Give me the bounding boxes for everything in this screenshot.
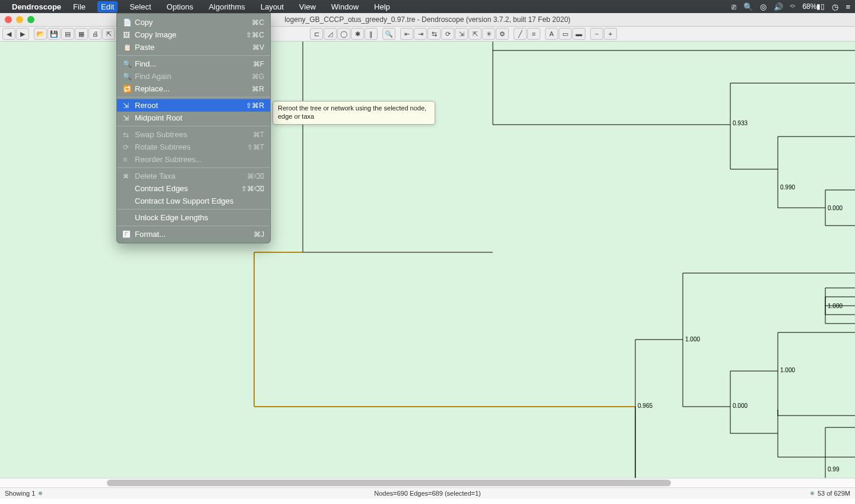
- layout-radial-button[interactable]: ✱: [351, 28, 364, 40]
- edit-menu-find[interactable]: 🔍Find...⌘F: [117, 58, 270, 70]
- zoom-button[interactable]: 🔍: [382, 28, 395, 40]
- edit-menu-midpoint-root[interactable]: ⇲Midpoint Root: [117, 112, 270, 124]
- settings-button[interactable]: ⚙: [496, 28, 509, 40]
- node-label: 1.000: [685, 336, 700, 343]
- spotlight-icon[interactable]: 🔍: [743, 2, 753, 11]
- node-label: 1.000: [780, 367, 795, 373]
- layout-columns-button[interactable]: ‖: [365, 28, 378, 40]
- reroot-button[interactable]: ⇲: [455, 28, 468, 40]
- menu-item-icon: ⇲: [123, 102, 135, 110]
- edit-menu-format[interactable]: 🅵Format...⌘J: [117, 228, 270, 240]
- menu-algorithms[interactable]: Algorithms: [205, 1, 248, 12]
- edit-menu-delete-taxa: ✖Delete Taxa⌘⌫: [117, 170, 270, 182]
- node-label: 0.000: [828, 205, 843, 211]
- clock-icon[interactable]: ◷: [832, 2, 838, 11]
- label-c-button[interactable]: ▬: [572, 28, 585, 40]
- edit-menu-copy[interactable]: 📄Copy⌘C: [117, 16, 270, 28]
- layout-rect-button[interactable]: ⊏: [310, 28, 323, 40]
- menu-view[interactable]: View: [296, 1, 319, 12]
- menu-item-shortcut: ⇧⌘⌫: [241, 185, 264, 193]
- swap-button[interactable]: ⇆: [428, 28, 441, 40]
- battery-status[interactable]: 68% ▮▯: [802, 2, 825, 11]
- airplay-icon[interactable]: ⎚: [732, 2, 736, 11]
- menu-item-shortcut: ⇧⌘R: [246, 102, 264, 110]
- menu-item-icon: ✖: [123, 172, 135, 180]
- menu-item-label: Copy: [135, 18, 252, 27]
- network-button[interactable]: ✳: [482, 28, 495, 40]
- expand-plus-button[interactable]: +: [604, 28, 617, 40]
- menu-item-label: Unlock Edge Lengths: [135, 213, 264, 222]
- edit-menu-contract-low-support-edges[interactable]: Contract Low Support Edges: [117, 195, 270, 207]
- node-label: 0.000: [733, 402, 748, 409]
- siri-icon[interactable]: ◎: [760, 2, 767, 11]
- grid-button[interactable]: ▦: [75, 28, 88, 40]
- layout-circ-button[interactable]: ◯: [337, 28, 350, 40]
- menu-item-icon: ≡: [123, 156, 135, 164]
- window-close-button[interactable]: [5, 16, 12, 23]
- wifi-icon[interactable]: ⌔: [790, 2, 795, 11]
- menu-item-label: Format...: [135, 230, 254, 239]
- volume-icon[interactable]: 🔊: [774, 2, 783, 11]
- reroot-out-button[interactable]: ⇱: [468, 28, 482, 40]
- node-label: 0.933: [733, 120, 748, 126]
- menu-item-shortcut: ⇧⌘C: [246, 31, 264, 39]
- menu-item-shortcut: ⌘T: [253, 131, 264, 139]
- edit-dropdown-menu: 📄Copy⌘C🖼Copy Image⇧⌘C📋Paste⌘V🔍Find...⌘F🔍…: [116, 13, 271, 243]
- edit-menu-reroot[interactable]: ⇲Reroot⇧⌘R: [117, 99, 270, 112]
- contract-minus-button[interactable]: −: [590, 28, 603, 40]
- menu-edit[interactable]: Edit: [97, 1, 118, 12]
- menu-help[interactable]: Help: [370, 1, 394, 12]
- print-button[interactable]: 🖨: [88, 28, 102, 40]
- menu-window[interactable]: Window: [328, 1, 362, 12]
- align-tool-button[interactable]: ≡: [527, 28, 540, 40]
- status-center: Nodes=690 Edges=689 (selected=1): [0, 490, 855, 497]
- edit-menu-replace[interactable]: 🔁Replace...⌘R: [117, 83, 270, 95]
- edit-menu-copy-image[interactable]: 🖼Copy Image⇧⌘C: [117, 28, 270, 41]
- list-button[interactable]: ▤: [61, 28, 74, 40]
- reroot-tooltip: Reroot the tree or network using the sel…: [273, 101, 435, 125]
- menu-options[interactable]: Options: [163, 1, 197, 12]
- menu-item-label: Delete Taxa: [135, 172, 247, 180]
- edit-menu-paste[interactable]: 📋Paste⌘V: [117, 41, 270, 53]
- menu-item-icon: 🔁: [123, 85, 135, 93]
- save-button[interactable]: 💾: [48, 28, 61, 40]
- label-b-button[interactable]: ▭: [559, 28, 572, 40]
- node-label: 0.965: [638, 402, 653, 409]
- menu-item-label: Swap Subtrees: [135, 130, 253, 139]
- edit-menu-unlock-edge-lengths[interactable]: Unlock Edge Lengths: [117, 211, 270, 224]
- ladderize-up-button[interactable]: ⇤: [400, 28, 413, 40]
- horizontal-scrollbar[interactable]: [0, 478, 855, 487]
- window-minimize-button[interactable]: [16, 16, 23, 23]
- menu-item-label: Contract Edges: [135, 184, 241, 193]
- menu-item-shortcut: ⌘J: [254, 230, 264, 239]
- edge-tool-button[interactable]: ╱: [514, 28, 527, 40]
- status-left-indicator-icon: [39, 492, 42, 495]
- menu-select[interactable]: Select: [126, 1, 154, 12]
- status-left: Showing 1: [5, 490, 35, 497]
- menu-file[interactable]: File: [69, 1, 89, 12]
- open-file-button[interactable]: 📂: [34, 28, 47, 40]
- layout-slant-button[interactable]: ◿: [324, 28, 337, 40]
- export-button[interactable]: ⇱: [102, 28, 115, 40]
- status-bar: Showing 1 Nodes=690 Edges=689 (selected=…: [0, 487, 855, 499]
- menu-item-label: Contract Low Support Edges: [135, 196, 264, 205]
- menu-item-label: Rotate Subtrees: [135, 142, 247, 151]
- edit-menu-contract-edges[interactable]: Contract Edges⇧⌘⌫: [117, 182, 270, 195]
- rotate-button[interactable]: ⟳: [441, 28, 454, 40]
- window-zoom-button[interactable]: [27, 16, 34, 23]
- menu-item-shortcut: ⇧⌘T: [247, 143, 264, 151]
- scrollbar-thumb[interactable]: [107, 480, 671, 486]
- menu-item-label: Find Again: [135, 72, 252, 81]
- nav-back-button[interactable]: ◀: [2, 28, 15, 40]
- menu-item-icon: ⇆: [123, 131, 135, 139]
- ladderize-down-button[interactable]: ⇥: [414, 28, 427, 40]
- app-name[interactable]: Dendroscope: [12, 2, 61, 11]
- menu-item-icon: ⟳: [123, 143, 135, 151]
- menu-item-label: Reroot: [135, 101, 246, 110]
- label-a-button[interactable]: A: [545, 28, 558, 40]
- nav-fwd-button[interactable]: ▶: [16, 28, 29, 40]
- edit-menu-find-again: 🔍Find Again⌘G: [117, 70, 270, 83]
- menu-extras-icon[interactable]: ≡: [846, 2, 850, 11]
- menu-item-label: Replace...: [135, 84, 252, 93]
- menu-layout[interactable]: Layout: [257, 1, 287, 12]
